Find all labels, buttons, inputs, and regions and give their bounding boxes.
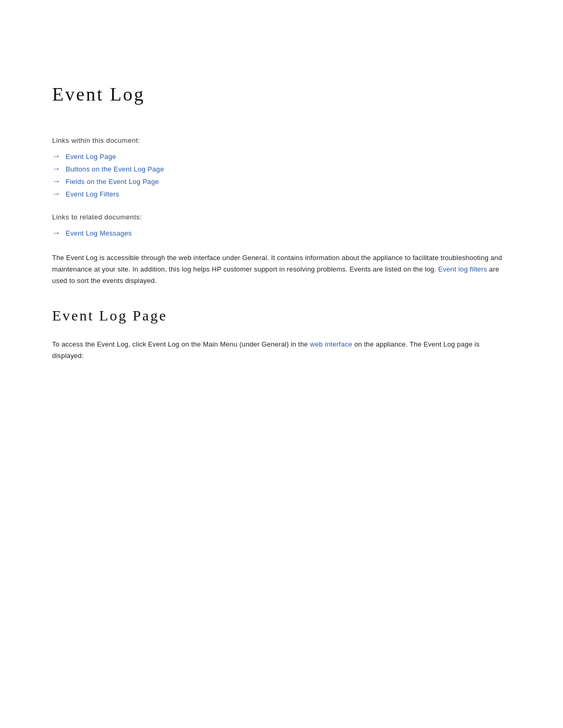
- arrow-icon: →: [52, 164, 60, 174]
- list-item: → Event Log Messages: [52, 228, 511, 238]
- arrow-icon: →: [52, 177, 60, 186]
- fields-link[interactable]: Fields on the Event Log Page: [66, 178, 159, 186]
- web-interface-link[interactable]: web interface: [310, 340, 352, 348]
- filters-link[interactable]: Event Log Filters: [66, 190, 119, 198]
- event-log-filters-link[interactable]: Event log filters: [438, 265, 487, 273]
- links-related-label: Links to related documents:: [52, 213, 511, 221]
- links-within-list: → Event Log Page → Buttons on the Event …: [52, 152, 511, 199]
- list-item: → Fields on the Event Log Page: [52, 177, 511, 186]
- section-intro-prefix: To access the Event Log, click Event Log…: [52, 340, 310, 348]
- list-item: → Event Log Filters: [52, 189, 511, 199]
- buttons-link[interactable]: Buttons on the Event Log Page: [66, 165, 164, 173]
- section-title: Event Log Page: [52, 307, 511, 324]
- list-item: → Event Log Page: [52, 152, 511, 161]
- messages-link[interactable]: Event Log Messages: [66, 229, 132, 237]
- list-item: → Buttons on the Event Log Page: [52, 164, 511, 174]
- main-title: Event Log: [52, 83, 511, 105]
- arrow-icon: →: [52, 228, 60, 238]
- arrow-icon: →: [52, 189, 60, 199]
- description-text-prefix: The Event Log is accessible through the …: [52, 254, 502, 273]
- event-log-page-link[interactable]: Event Log Page: [66, 153, 116, 161]
- links-related-list: → Event Log Messages: [52, 228, 511, 238]
- links-within-label: Links within this document:: [52, 137, 511, 144]
- description-paragraph: The Event Log is accessible through the …: [52, 252, 511, 287]
- page-container: Event Log Links within this document: → …: [31, 0, 532, 393]
- arrow-icon: →: [52, 152, 60, 161]
- section-intro-paragraph: To access the Event Log, click Event Log…: [52, 339, 511, 362]
